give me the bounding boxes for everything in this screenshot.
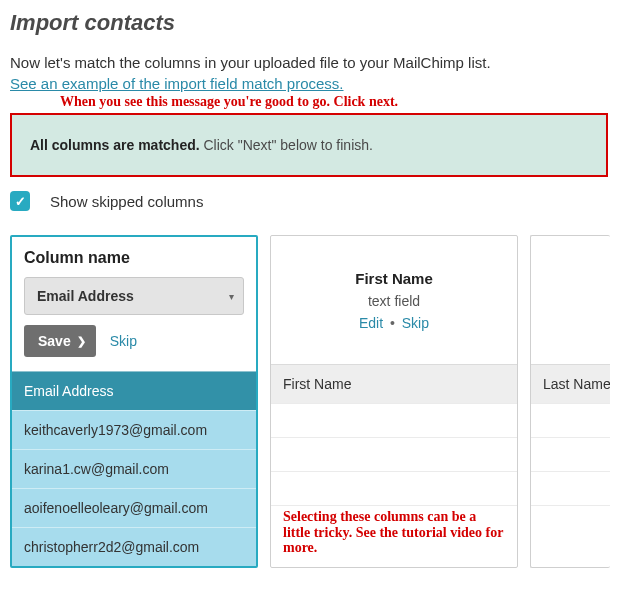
save-button-label: Save [38, 333, 71, 349]
example-link[interactable]: See an example of the import field match… [10, 75, 344, 92]
column-card-cut: Last Name [530, 235, 610, 568]
save-button[interactable]: Save ❯ [24, 325, 96, 357]
annotation-top: When you see this message you're good to… [60, 94, 608, 109]
separator-dot: • [390, 315, 395, 331]
success-banner: All columns are matched. Click "Next" be… [10, 113, 608, 177]
column-card: First Name text field Edit • Skip First … [270, 235, 518, 568]
column-name-title: Column name [24, 249, 244, 267]
edit-skip-row: Edit • Skip [283, 315, 505, 331]
success-strong: All columns are matched. [30, 137, 200, 153]
skip-link[interactable]: Skip [110, 333, 137, 349]
table-row [531, 437, 610, 471]
edit-link[interactable]: Edit [359, 315, 383, 331]
table-row: aoifenoelleoleary@gmail.com [12, 488, 256, 527]
column-head: Column name Email Address ▾ Save ❯ Skip [12, 237, 256, 371]
table-row [271, 403, 517, 437]
columns-container: Column name Email Address ▾ Save ❯ Skip … [10, 235, 608, 568]
check-icon: ✓ [15, 194, 26, 209]
table-row: keithcaverly1973@gmail.com [12, 410, 256, 449]
match-instruction: Now let's match the columns in your uplo… [10, 54, 608, 71]
page-title: Import contacts [10, 10, 608, 36]
column-head: First Name text field Edit • Skip [271, 236, 517, 364]
success-rest: Click "Next" below to finish. [200, 137, 373, 153]
table-header-cell: Last Name [531, 364, 610, 403]
chevron-right-icon: ❯ [77, 335, 86, 348]
show-skipped-label: Show skipped columns [50, 193, 203, 210]
table-header-cell: First Name [271, 364, 517, 403]
column-type-label: text field [283, 293, 505, 309]
table-row [271, 471, 517, 505]
table-row: karina1.cw@gmail.com [12, 449, 256, 488]
column-head [531, 236, 610, 364]
table-row [531, 403, 610, 437]
column-title: First Name [283, 270, 505, 287]
skip-link[interactable]: Skip [402, 315, 429, 331]
column-card-active: Column name Email Address ▾ Save ❯ Skip … [10, 235, 258, 568]
table-row: christopherr2d2@gmail.com [12, 527, 256, 566]
field-select[interactable]: Email Address [24, 277, 244, 315]
table-row [271, 437, 517, 471]
table-row [531, 471, 610, 505]
show-skipped-checkbox[interactable]: ✓ [10, 191, 30, 211]
table-row [531, 505, 610, 539]
table-header-cell: Email Address [12, 371, 256, 410]
table-row [271, 505, 517, 539]
